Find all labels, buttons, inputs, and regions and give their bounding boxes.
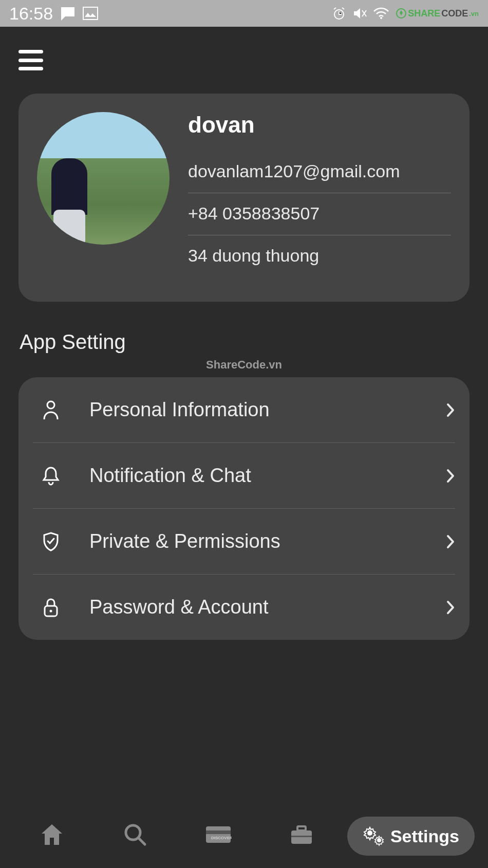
status-time: 16:58 xyxy=(9,4,53,24)
section-title: App Setting xyxy=(20,330,470,354)
setting-private-permissions[interactable]: Private & Permissions xyxy=(18,509,470,574)
svg-rect-0 xyxy=(83,7,98,20)
settings-pill-label: Settings xyxy=(390,826,459,846)
watermark-center: ShareCode.vn xyxy=(206,358,282,372)
picture-icon xyxy=(83,7,98,20)
menu-icon[interactable] xyxy=(18,50,43,70)
chevron-right-icon xyxy=(446,600,455,615)
nav-search[interactable] xyxy=(115,814,156,855)
status-bar: 16:58 SHARECODE.vn xyxy=(0,0,488,27)
settings-card: Personal Information Notification & Chat… xyxy=(18,377,470,640)
chevron-right-icon xyxy=(446,468,455,484)
profile-card: dovan dovanlam1207@gmail.com +84 0358838… xyxy=(18,94,470,302)
svg-rect-12 xyxy=(297,826,306,830)
setting-label: Password & Account xyxy=(89,596,446,618)
setting-label: Personal Information xyxy=(89,399,446,421)
svg-rect-13 xyxy=(291,836,312,837)
setting-password-account[interactable]: Password & Account xyxy=(18,575,470,640)
bell-icon xyxy=(33,466,69,486)
lock-icon xyxy=(33,597,69,618)
chevron-right-icon xyxy=(446,402,455,418)
profile-address: 34 duong thuong xyxy=(188,235,451,277)
top-bar xyxy=(18,27,470,94)
setting-notification-chat[interactable]: Notification & Chat xyxy=(18,443,470,508)
mute-icon xyxy=(352,6,367,21)
alarm-icon xyxy=(332,6,346,21)
setting-label: Private & Permissions xyxy=(89,530,446,552)
profile-email: dovanlam1207@gmail.com xyxy=(188,151,451,193)
svg-rect-8 xyxy=(206,826,231,843)
svg-point-4 xyxy=(47,401,54,409)
chat-icon xyxy=(60,6,76,21)
svg-rect-9 xyxy=(206,830,231,834)
nav-briefcase[interactable] xyxy=(281,814,322,855)
person-icon xyxy=(33,400,69,420)
chevron-right-icon xyxy=(446,534,455,549)
profile-name: dovan xyxy=(188,112,451,138)
setting-personal-information[interactable]: Personal Information xyxy=(18,377,470,442)
wifi-icon xyxy=(373,7,389,20)
svg-text:DISCOVER: DISCOVER xyxy=(211,836,232,840)
profile-phone: +84 0358838507 xyxy=(188,193,451,235)
settings-pill[interactable]: Settings xyxy=(347,817,475,856)
sharecode-watermark-top: SHARECODE.vn xyxy=(396,8,479,19)
setting-label: Notification & Chat xyxy=(89,465,446,487)
svg-point-6 xyxy=(50,610,52,612)
gears-icon xyxy=(363,826,385,846)
shield-icon xyxy=(33,531,69,552)
svg-point-15 xyxy=(377,838,381,842)
svg-point-2 xyxy=(380,17,382,19)
nav-home[interactable] xyxy=(31,814,72,855)
nav-card[interactable]: DISCOVER xyxy=(198,814,239,855)
avatar[interactable] xyxy=(37,112,170,245)
svg-point-14 xyxy=(367,830,372,836)
